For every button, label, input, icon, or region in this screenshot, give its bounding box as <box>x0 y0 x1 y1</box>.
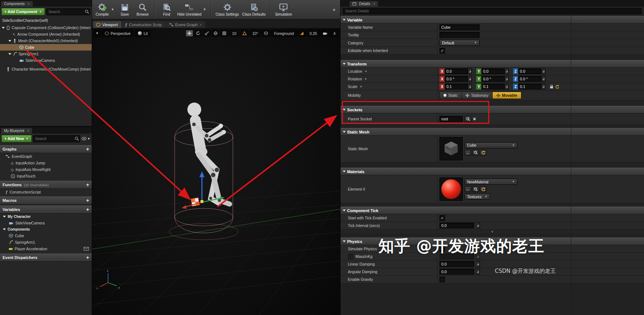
perspective-button[interactable]: Perspective <box>102 30 134 37</box>
hide-unrelated-caret[interactable]: ▼ <box>203 8 206 11</box>
event-dispatchers-header[interactable]: Event Dispatchers + <box>0 254 92 262</box>
variable-category-components[interactable]: Components <box>0 226 92 232</box>
camera-speed-value[interactable]: 4 <box>330 30 338 37</box>
close-icon[interactable]: × <box>199 23 202 27</box>
expander-icon[interactable] <box>2 27 5 29</box>
list-item-constructionscript[interactable]: ƒ ConstructionScript <box>0 189 92 195</box>
use-selected-asset-button[interactable]: ← <box>465 186 471 192</box>
reset-asset-button[interactable] <box>480 186 486 192</box>
add-event-dispatcher-button[interactable]: + <box>86 255 89 260</box>
variables-header[interactable]: Variables + <box>0 206 92 214</box>
mobility-stationary-button[interactable]: Stationary <box>462 92 492 99</box>
static-mesh-thumbnail[interactable] <box>440 137 463 160</box>
location-z-input[interactable] <box>518 68 541 74</box>
close-icon[interactable]: × <box>28 2 30 6</box>
toolbar-overflow-button[interactable]: » <box>333 7 337 12</box>
mass-input[interactable] <box>440 254 474 259</box>
grid-snap-toggle[interactable] <box>220 30 228 37</box>
add-macro-button[interactable]: + <box>86 198 89 203</box>
save-button[interactable]: Save <box>118 3 132 16</box>
list-item-eventgraph[interactable]: EventGraph <box>0 153 92 160</box>
linear-damping-input[interactable] <box>440 261 474 267</box>
class-settings-button[interactable]: Class Settings <box>216 3 239 16</box>
tree-item-character-movement[interactable]: Character Movement (CharMoveComp) (Inher… <box>0 66 92 72</box>
tab-construction-script[interactable]: ƒ Construction Scrip <box>122 21 166 28</box>
drag-spinner-icon[interactable] <box>541 76 545 82</box>
section-header-variable[interactable]: Variable <box>341 16 644 24</box>
graphs-header[interactable]: Graphs + <box>0 145 92 153</box>
scale-y-input[interactable] <box>481 84 505 89</box>
tree-item-sideviewcamera[interactable]: SideViewCamera <box>0 57 92 64</box>
lit-mode-button[interactable]: Lit <box>135 30 151 37</box>
tab-event-graph[interactable]: Event Graph × <box>166 21 206 28</box>
details-search-input[interactable] <box>343 8 642 14</box>
textures-dropdown[interactable]: Textures ▼ <box>465 194 490 200</box>
drag-spinner-icon[interactable] <box>468 68 472 74</box>
add-function-button[interactable]: + <box>86 182 89 187</box>
section-header-static-mesh[interactable]: Static Mesh <box>341 128 644 136</box>
drag-spinner-icon[interactable] <box>541 68 545 74</box>
viewport[interactable]: z x y ▼ Perspective Lit <box>92 28 340 315</box>
drag-spinner-icon[interactable] <box>468 84 472 89</box>
variable-category-my-character[interactable]: My Character <box>0 214 92 220</box>
static-mesh-dropdown[interactable]: Cube ▼ <box>465 142 517 148</box>
functions-header[interactable]: Functions (32 Overridable) + <box>0 181 92 189</box>
drag-spinner-icon[interactable] <box>476 223 480 228</box>
socket-search-button[interactable] <box>465 116 471 122</box>
chevron-down-icon[interactable]: ▼ <box>359 85 362 88</box>
reset-to-default-icon[interactable] <box>555 85 559 89</box>
list-item-var-player-acceleration[interactable]: Player Acceleration <box>0 246 92 252</box>
browse-asset-button[interactable] <box>472 150 479 156</box>
layer-snap-value[interactable]: Foreground <box>271 30 297 37</box>
rotation-snap-toggle[interactable] <box>240 30 249 37</box>
list-item-inputtouch[interactable]: InputTouch <box>0 173 92 179</box>
parent-socket-input[interactable] <box>440 116 463 122</box>
add-component-button[interactable]: + Add Component ▼ <box>1 8 45 15</box>
section-header-materials[interactable]: Materials <box>341 168 644 175</box>
location-y-input[interactable] <box>481 68 505 74</box>
expander-icon[interactable] <box>3 228 6 230</box>
scale-snap-value[interactable]: 0.25 <box>307 30 320 37</box>
mobility-movable-button[interactable]: Movable <box>493 92 521 99</box>
find-button[interactable]: Find <box>159 3 174 16</box>
tree-item-capsule-component[interactable]: Capsule Component (CollisionCylinder) (I… <box>0 24 92 31</box>
angular-damping-input[interactable] <box>440 269 474 275</box>
mobility-static-button[interactable]: Static <box>440 92 462 99</box>
rotation-x-input[interactable] <box>445 76 468 82</box>
rotation-y-input[interactable] <box>481 76 505 82</box>
start-tick-checkbox[interactable] <box>440 215 445 221</box>
rotation-snap-value[interactable]: 10° <box>250 30 261 37</box>
macros-header[interactable]: Macros + <box>0 196 92 204</box>
envelope-icon[interactable] <box>84 247 89 251</box>
add-variable-button[interactable]: + <box>86 207 89 212</box>
expander-icon[interactable] <box>8 53 11 55</box>
material-dropdown[interactable]: NewMaterial ▼ <box>465 179 517 185</box>
section-header-transform[interactable]: Transform <box>341 60 644 68</box>
clear-socket-button[interactable]: × <box>473 116 476 121</box>
expander-icon[interactable] <box>3 216 6 218</box>
tree-item-arrow-component[interactable]: ↖ Arrow Component (Arrow) (Inherited) <box>0 31 92 37</box>
drag-spinner-icon[interactable] <box>476 254 480 259</box>
show-advanced-expander[interactable]: ▼ <box>341 230 644 234</box>
editable-checkbox[interactable] <box>440 48 445 53</box>
scale-lock-icon[interactable] <box>550 84 553 89</box>
section-header-component-tick[interactable]: Component Tick <box>341 207 644 214</box>
tab-viewport[interactable]: Viewport <box>93 21 122 28</box>
layer-snap-toggle[interactable] <box>262 30 270 37</box>
material-thumbnail[interactable] <box>440 178 463 201</box>
tab-my-blueprint[interactable]: My Blueprint × <box>1 128 32 133</box>
scale-snap-toggle[interactable] <box>298 30 306 37</box>
reset-asset-button[interactable] <box>480 150 486 156</box>
drag-spinner-icon[interactable] <box>505 68 509 74</box>
components-search-input[interactable] <box>46 8 90 15</box>
translate-tool-button[interactable] <box>186 30 193 37</box>
drag-spinner-icon[interactable] <box>505 84 509 89</box>
chevron-down-icon[interactable]: ▼ <box>364 77 367 81</box>
rotate-tool-button[interactable] <box>194 30 202 37</box>
section-header-sockets[interactable]: Sockets <box>341 106 644 113</box>
list-item-var-sideviewcamera[interactable]: SideViewCamera <box>0 220 92 226</box>
browse-asset-button[interactable] <box>472 186 479 192</box>
mass-override-checkbox[interactable] <box>348 254 353 259</box>
tick-interval-input[interactable] <box>440 223 474 228</box>
browse-button[interactable]: Browse <box>135 3 150 16</box>
